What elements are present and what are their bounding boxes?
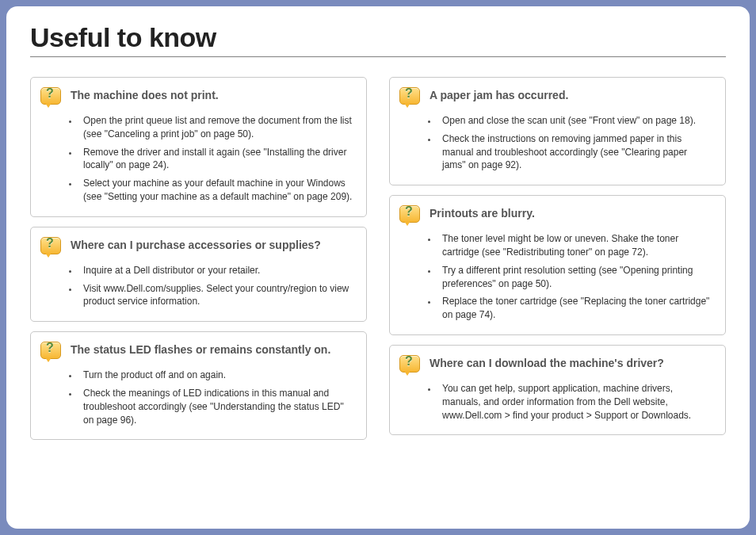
card-list: The toner level might be low or uneven. … bbox=[399, 232, 716, 322]
card-header: ?Printouts are blurry. bbox=[399, 204, 716, 226]
card-header: ?Where can I purchase accessories or sup… bbox=[40, 235, 357, 258]
question-icon: ? bbox=[399, 87, 420, 108]
list-item: Select your machine as your default mach… bbox=[78, 177, 353, 204]
list-item: Turn the product off and on again. bbox=[78, 369, 353, 382]
card-header: ?A paper jam has occurred. bbox=[399, 86, 716, 108]
list-item: Open the print queue list and remove the… bbox=[78, 114, 353, 141]
card-header: ?The machine does not print. bbox=[40, 86, 357, 108]
help-card: ?Printouts are blurry.The toner level mi… bbox=[389, 195, 726, 335]
question-icon: ? bbox=[40, 87, 61, 108]
card-list: Turn the product off and on again.Check … bbox=[40, 369, 357, 426]
title-rule bbox=[30, 56, 726, 58]
help-card: ?The status LED flashes or remains const… bbox=[30, 331, 367, 440]
document-page: Useful to know ?The machine does not pri… bbox=[6, 6, 750, 529]
card-title: Printouts are blurry. bbox=[430, 204, 535, 220]
list-item: Check the instructions on removing jamme… bbox=[437, 132, 712, 172]
question-icon: ? bbox=[40, 342, 61, 362]
help-card: ?Where can I download the machine's driv… bbox=[389, 345, 726, 435]
card-header: ?The status LED flashes or remains const… bbox=[40, 340, 357, 362]
list-item: Visit www.Dell.com/supplies. Select your… bbox=[78, 282, 353, 309]
card-title: The machine does not print. bbox=[71, 86, 219, 101]
question-icon: ? bbox=[399, 355, 420, 376]
list-item: Open and close the scan unit (see "Front… bbox=[437, 114, 712, 128]
card-title: The status LED flashes or remains consta… bbox=[71, 340, 330, 356]
card-list: You can get help, support application, m… bbox=[399, 382, 716, 422]
list-item: The toner level might be low or uneven. … bbox=[437, 232, 712, 259]
list-item: Try a different print resolution setting… bbox=[437, 264, 712, 291]
content-columns: ?The machine does not print.Open the pri… bbox=[30, 77, 726, 440]
card-list: Inquire at a Dell distributor or your re… bbox=[40, 264, 357, 308]
card-list: Open and close the scan unit (see "Front… bbox=[399, 114, 716, 172]
question-icon: ? bbox=[40, 237, 61, 258]
list-item: Inquire at a Dell distributor or your re… bbox=[78, 264, 353, 277]
list-item: Remove the driver and install it again (… bbox=[78, 146, 353, 173]
card-list: Open the print queue list and remove the… bbox=[40, 114, 357, 204]
card-title: Where can I purchase accessories or supp… bbox=[71, 235, 321, 251]
question-icon: ? bbox=[399, 205, 420, 226]
page-title: Useful to know bbox=[30, 22, 726, 53]
help-card: ?Where can I purchase accessories or sup… bbox=[30, 227, 367, 322]
list-item: Check the meanings of LED indications in… bbox=[78, 387, 353, 426]
card-header: ?Where can I download the machine's driv… bbox=[399, 353, 716, 376]
left-column: ?The machine does not print.Open the pri… bbox=[30, 77, 367, 440]
list-item: Replace the toner cartridge (see "Replac… bbox=[437, 295, 712, 322]
right-column: ?A paper jam has occurred.Open and close… bbox=[389, 77, 726, 440]
list-item: You can get help, support application, m… bbox=[437, 382, 712, 422]
help-card: ?A paper jam has occurred.Open and close… bbox=[389, 77, 726, 185]
card-title: Where can I download the machine's drive… bbox=[430, 353, 664, 369]
help-card: ?The machine does not print.Open the pri… bbox=[30, 77, 367, 217]
card-title: A paper jam has occurred. bbox=[430, 86, 568, 101]
